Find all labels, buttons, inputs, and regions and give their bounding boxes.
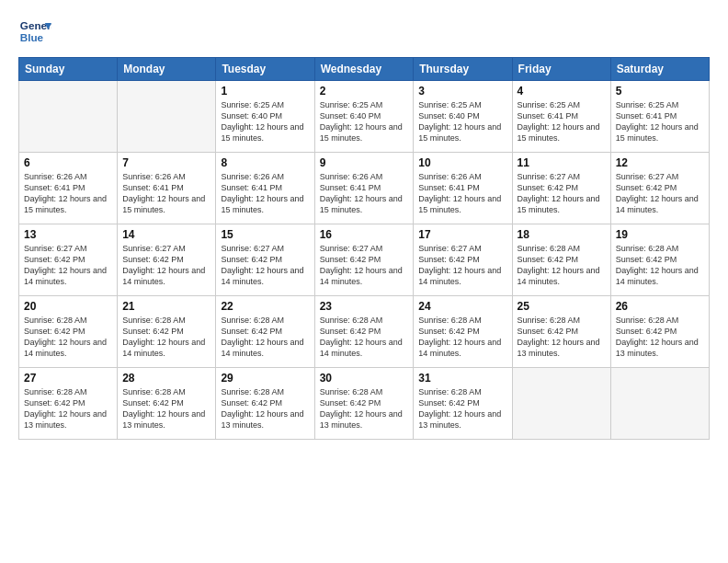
day-info: Sunrise: 6:25 AMSunset: 6:40 PMDaylight:… [320,99,409,144]
day-number: 8 [221,156,309,169]
day-number: 25 [518,300,606,313]
day-info: Sunrise: 6:28 AMSunset: 6:42 PMDaylight:… [518,243,606,288]
calendar-cell: 13Sunrise: 6:27 AMSunset: 6:42 PMDayligh… [19,224,118,296]
header: General Blue [18,15,710,48]
calendar-header-row: SundayMondayTuesdayWednesdayThursdayFrid… [19,58,710,81]
day-number: 21 [122,300,210,313]
day-number: 20 [24,300,112,313]
calendar-cell: 26Sunrise: 6:28 AMSunset: 6:42 PMDayligh… [610,296,709,368]
col-header-tuesday: Tuesday [216,58,314,81]
day-number: 18 [518,228,606,241]
day-info: Sunrise: 6:26 AMSunset: 6:41 PMDaylight:… [122,171,210,216]
day-number: 29 [221,372,309,385]
calendar-cell: 10Sunrise: 6:26 AMSunset: 6:41 PMDayligh… [414,153,512,224]
calendar-cell: 17Sunrise: 6:27 AMSunset: 6:42 PMDayligh… [414,224,512,296]
day-number: 9 [320,156,409,169]
calendar-cell: 30Sunrise: 6:28 AMSunset: 6:42 PMDayligh… [314,368,414,440]
calendar-cell [118,81,216,153]
col-header-saturday: Saturday [610,58,709,81]
day-info: Sunrise: 6:27 AMSunset: 6:42 PMDaylight:… [518,171,606,216]
day-number: 1 [221,85,309,98]
day-number: 17 [418,228,506,241]
calendar-cell: 4Sunrise: 6:25 AMSunset: 6:41 PMDaylight… [512,81,610,153]
page: General Blue SundayMondayTuesdayWednesda… [0,0,728,563]
calendar-cell: 15Sunrise: 6:27 AMSunset: 6:42 PMDayligh… [216,224,314,296]
calendar-cell: 29Sunrise: 6:28 AMSunset: 6:42 PMDayligh… [216,368,314,440]
col-header-thursday: Thursday [414,58,512,81]
day-number: 12 [616,156,704,169]
calendar-cell: 31Sunrise: 6:28 AMSunset: 6:42 PMDayligh… [414,368,512,440]
week-row-3: 13Sunrise: 6:27 AMSunset: 6:42 PMDayligh… [19,224,710,296]
day-number: 2 [320,85,409,98]
calendar-cell: 5Sunrise: 6:25 AMSunset: 6:41 PMDaylight… [610,81,709,153]
day-info: Sunrise: 6:28 AMSunset: 6:42 PMDaylight:… [24,386,112,431]
day-info: Sunrise: 6:28 AMSunset: 6:42 PMDaylight:… [616,315,704,360]
day-info: Sunrise: 6:26 AMSunset: 6:41 PMDaylight:… [221,171,309,216]
day-number: 4 [518,85,606,98]
day-info: Sunrise: 6:25 AMSunset: 6:40 PMDaylight:… [418,99,506,144]
calendar-cell: 23Sunrise: 6:28 AMSunset: 6:42 PMDayligh… [314,296,414,368]
calendar-cell: 12Sunrise: 6:27 AMSunset: 6:42 PMDayligh… [610,153,709,224]
svg-text:Blue: Blue [20,31,44,43]
calendar-cell: 2Sunrise: 6:25 AMSunset: 6:40 PMDaylight… [314,81,414,153]
calendar-cell: 7Sunrise: 6:26 AMSunset: 6:41 PMDaylight… [118,153,216,224]
calendar-cell: 21Sunrise: 6:28 AMSunset: 6:42 PMDayligh… [118,296,216,368]
calendar-cell [610,368,709,440]
day-number: 5 [616,85,704,98]
day-info: Sunrise: 6:28 AMSunset: 6:42 PMDaylight:… [418,386,506,431]
day-info: Sunrise: 6:28 AMSunset: 6:42 PMDaylight:… [418,315,506,360]
logo: General Blue [18,15,51,48]
calendar-cell: 18Sunrise: 6:28 AMSunset: 6:42 PMDayligh… [512,224,610,296]
day-info: Sunrise: 6:27 AMSunset: 6:42 PMDaylight:… [221,243,309,288]
calendar-cell [512,368,610,440]
day-number: 30 [320,372,409,385]
col-header-monday: Monday [118,58,216,81]
calendar-cell: 1Sunrise: 6:25 AMSunset: 6:40 PMDaylight… [216,81,314,153]
day-info: Sunrise: 6:26 AMSunset: 6:41 PMDaylight:… [320,171,409,216]
day-info: Sunrise: 6:28 AMSunset: 6:42 PMDaylight:… [122,315,210,360]
day-info: Sunrise: 6:28 AMSunset: 6:42 PMDaylight:… [24,315,112,360]
col-header-friday: Friday [512,58,610,81]
day-number: 11 [518,156,606,169]
calendar-cell: 28Sunrise: 6:28 AMSunset: 6:42 PMDayligh… [118,368,216,440]
day-info: Sunrise: 6:28 AMSunset: 6:42 PMDaylight:… [320,315,409,360]
calendar-cell: 6Sunrise: 6:26 AMSunset: 6:41 PMDaylight… [19,153,118,224]
day-info: Sunrise: 6:25 AMSunset: 6:40 PMDaylight:… [221,99,309,144]
day-number: 7 [122,156,210,169]
week-row-4: 20Sunrise: 6:28 AMSunset: 6:42 PMDayligh… [19,296,710,368]
day-info: Sunrise: 6:27 AMSunset: 6:42 PMDaylight:… [418,243,506,288]
day-info: Sunrise: 6:25 AMSunset: 6:41 PMDaylight:… [518,99,606,144]
calendar-cell: 24Sunrise: 6:28 AMSunset: 6:42 PMDayligh… [414,296,512,368]
day-number: 14 [122,228,210,241]
day-info: Sunrise: 6:27 AMSunset: 6:42 PMDaylight:… [616,171,704,216]
calendar-cell: 16Sunrise: 6:27 AMSunset: 6:42 PMDayligh… [314,224,414,296]
day-info: Sunrise: 6:26 AMSunset: 6:41 PMDaylight:… [24,171,112,216]
day-number: 24 [418,300,506,313]
day-number: 26 [616,300,704,313]
day-info: Sunrise: 6:27 AMSunset: 6:42 PMDaylight:… [122,243,210,288]
day-number: 3 [418,85,506,98]
day-number: 16 [320,228,409,241]
calendar-cell: 27Sunrise: 6:28 AMSunset: 6:42 PMDayligh… [19,368,118,440]
day-number: 15 [221,228,309,241]
day-number: 6 [24,156,112,169]
col-header-wednesday: Wednesday [314,58,414,81]
day-info: Sunrise: 6:28 AMSunset: 6:42 PMDaylight:… [122,386,210,431]
day-info: Sunrise: 6:26 AMSunset: 6:41 PMDaylight:… [418,171,506,216]
week-row-5: 27Sunrise: 6:28 AMSunset: 6:42 PMDayligh… [19,368,710,440]
calendar-cell: 25Sunrise: 6:28 AMSunset: 6:42 PMDayligh… [512,296,610,368]
calendar-cell: 22Sunrise: 6:28 AMSunset: 6:42 PMDayligh… [216,296,314,368]
day-info: Sunrise: 6:27 AMSunset: 6:42 PMDaylight:… [24,243,112,288]
day-number: 23 [320,300,409,313]
calendar-cell: 14Sunrise: 6:27 AMSunset: 6:42 PMDayligh… [118,224,216,296]
day-number: 13 [24,228,112,241]
calendar-cell [19,81,118,153]
day-number: 22 [221,300,309,313]
calendar-cell: 11Sunrise: 6:27 AMSunset: 6:42 PMDayligh… [512,153,610,224]
col-header-sunday: Sunday [19,58,118,81]
calendar-cell: 19Sunrise: 6:28 AMSunset: 6:42 PMDayligh… [610,224,709,296]
calendar-cell: 8Sunrise: 6:26 AMSunset: 6:41 PMDaylight… [216,153,314,224]
day-number: 28 [122,372,210,385]
day-info: Sunrise: 6:28 AMSunset: 6:42 PMDaylight:… [221,386,309,431]
day-info: Sunrise: 6:28 AMSunset: 6:42 PMDaylight:… [320,386,409,431]
